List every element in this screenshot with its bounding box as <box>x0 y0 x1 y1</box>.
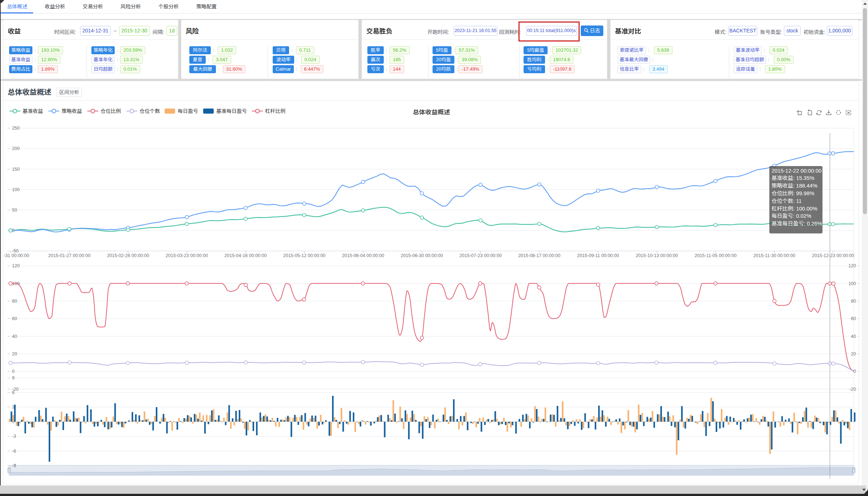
svg-text:9: 9 <box>12 375 15 381</box>
svg-text:80: 80 <box>851 299 856 304</box>
svg-text:2015-12-22 00:00:00: 2015-12-22 00:00:00 <box>772 168 821 174</box>
svg-text:120: 120 <box>848 263 856 268</box>
svg-text:50: 50 <box>12 208 17 213</box>
svg-text:基准收益: 15.35%: 基准收益: 15.35% <box>772 175 814 181</box>
svg-text:100: 100 <box>12 187 20 192</box>
svg-text:20: 20 <box>851 351 856 357</box>
svg-text:-20: -20 <box>849 387 856 392</box>
svg-text:0: 0 <box>12 369 15 374</box>
svg-text:-6: -6 <box>12 449 16 454</box>
svg-text:-9: -9 <box>12 463 16 468</box>
svg-text:每日盈亏: 每日盈亏 <box>178 108 198 114</box>
svg-text:仓位比例: 仓位比例 <box>100 108 121 114</box>
svg-text:2015-01-27 00:00:00: 2015-01-27 00:00:00 <box>48 253 90 258</box>
svg-text:250: 250 <box>12 126 20 131</box>
svg-text:60: 60 <box>12 316 17 321</box>
svg-text:仓位个数: 仓位个数 <box>139 108 160 114</box>
svg-text:40: 40 <box>12 334 17 339</box>
svg-text:2015-03-23 00:00:00: 2015-03-23 00:00:00 <box>166 253 208 258</box>
svg-text:基准每日盈亏: 0.26%: 基准每日盈亏: 0.26% <box>772 221 822 227</box>
svg-text:80: 80 <box>12 299 17 304</box>
svg-text:基准收益: 基准收益 <box>23 108 43 114</box>
svg-text:20: 20 <box>12 351 17 357</box>
svg-text:2015-11-05 00:00:00: 2015-11-05 00:00:00 <box>695 253 737 258</box>
svg-text:2015-08-17 00:00:00: 2015-08-17 00:00:00 <box>518 253 560 258</box>
svg-text:2015-06-30 00:00:00: 2015-06-30 00:00:00 <box>401 253 443 258</box>
svg-text:策略收益: 策略收益 <box>62 108 82 114</box>
svg-text:总体收益概述: 总体收益概述 <box>413 109 450 116</box>
svg-text:120: 120 <box>12 263 20 268</box>
svg-text:2015-09-11 00:00:00: 2015-09-11 00:00:00 <box>577 253 619 258</box>
svg-text:仓位比例: 99.98%: 仓位比例: 99.98% <box>772 190 814 196</box>
svg-text:仓位个数: 11: 仓位个数: 11 <box>772 198 802 204</box>
svg-text:2015-06-04 00:00:00: 2015-06-04 00:00:00 <box>342 253 384 258</box>
svg-text:100: 100 <box>848 281 856 286</box>
svg-text:200: 200 <box>12 146 20 151</box>
svg-text:2015-07-23 00:00:00: 2015-07-23 00:00:00 <box>459 253 502 258</box>
svg-text:0: 0 <box>853 369 856 374</box>
svg-text:6: 6 <box>12 390 15 395</box>
svg-text:-3: -3 <box>12 434 16 439</box>
svg-text:策略收益: 188.44%: 策略收益: 188.44% <box>772 183 817 189</box>
svg-text:150: 150 <box>12 167 20 172</box>
svg-text:-31 00:00:00: -31 00:00:00 <box>4 253 29 258</box>
svg-text:每日盈亏: 0.02%: 每日盈亏: 0.02% <box>772 213 811 219</box>
svg-text:2015-10-13 00:00:00: 2015-10-13 00:00:00 <box>636 253 678 258</box>
svg-text:基准每日盈亏: 基准每日盈亏 <box>216 108 247 114</box>
svg-text:2015-05-12 00:00:00: 2015-05-12 00:00:00 <box>283 253 326 258</box>
svg-text:2015-04-16 00:00:00: 2015-04-16 00:00:00 <box>224 253 267 258</box>
svg-text:2015-11-30 00:00:00: 2015-11-30 00:00:00 <box>753 253 795 258</box>
svg-text:2015-12-23 00:00:00: 2015-12-23 00:00:00 <box>812 253 854 258</box>
svg-text:40: 40 <box>851 334 856 339</box>
svg-text:杠杆比例: 杠杆比例 <box>265 108 285 114</box>
svg-text:60: 60 <box>851 316 856 321</box>
svg-text:杠杆比例: 100.00%: 杠杆比例: 100.00% <box>772 206 817 212</box>
svg-text:2015-02-26 00:00:00: 2015-02-26 00:00:00 <box>107 253 149 258</box>
